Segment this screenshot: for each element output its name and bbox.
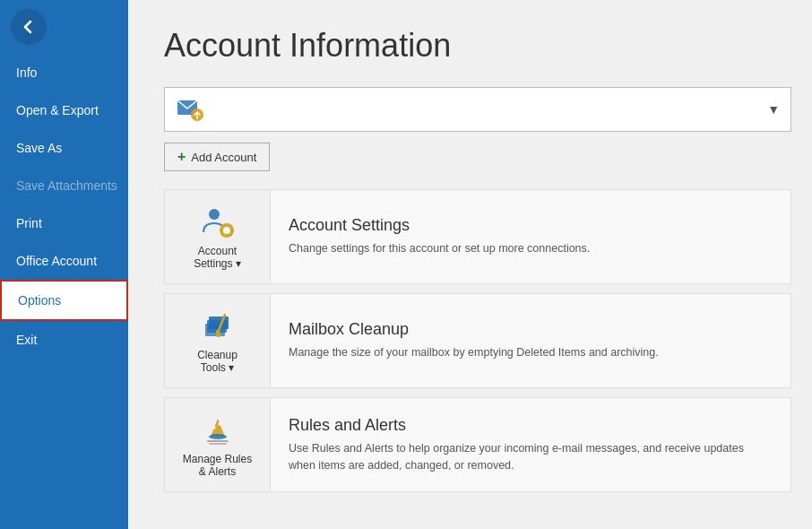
main-content: Account Information ▼ + Add Account bbox=[128, 0, 812, 529]
cleanup-tools-card: CleanupTools ▾ Mailbox Cleanup Manage th… bbox=[164, 293, 791, 388]
svg-point-9 bbox=[209, 434, 227, 439]
svg-point-11 bbox=[218, 423, 220, 426]
sidebar: Info Open & Export Save As Save Attachme… bbox=[0, 0, 128, 529]
account-icon bbox=[176, 95, 204, 124]
rules-alerts-title: Rules and Alerts bbox=[289, 416, 773, 435]
account-settings-content: Account Settings Change settings for thi… bbox=[271, 203, 608, 271]
account-settings-title: Account Settings bbox=[289, 216, 590, 235]
svg-point-10 bbox=[212, 427, 215, 429]
page-title: Account Information bbox=[164, 27, 776, 65]
sidebar-item-save-as[interactable]: Save As bbox=[0, 129, 128, 167]
sidebar-item-info[interactable]: Info bbox=[0, 54, 128, 91]
sidebar-item-save-attachments: Save Attachments bbox=[0, 167, 128, 204]
account-settings-icon-area[interactable]: AccountSettings ▾ bbox=[165, 190, 271, 283]
rules-alerts-icon bbox=[200, 412, 236, 447]
sidebar-item-office-account[interactable]: Office Account bbox=[0, 242, 128, 280]
sidebar-item-options[interactable]: Options bbox=[0, 280, 128, 321]
cleanup-tools-icon-label: CleanupTools ▾ bbox=[197, 349, 238, 374]
svg-point-4 bbox=[223, 227, 230, 234]
rules-alerts-desc: Use Rules and Alerts to help organize yo… bbox=[289, 440, 773, 474]
account-settings-icon-label: AccountSettings ▾ bbox=[194, 245, 241, 270]
cleanup-tools-content: Mailbox Cleanup Manage the size of your … bbox=[271, 307, 677, 375]
svg-point-2 bbox=[209, 209, 220, 220]
rules-alerts-icon-label: Manage Rules& Alerts bbox=[183, 453, 252, 478]
account-settings-card: AccountSettings ▾ Account Settings Chang… bbox=[164, 189, 791, 284]
sidebar-item-open-export[interactable]: Open & Export bbox=[0, 91, 128, 129]
cleanup-tools-icon bbox=[200, 308, 236, 343]
dropdown-arrow-icon: ▼ bbox=[767, 102, 780, 117]
rules-alerts-content: Rules and Alerts Use Rules and Alerts to… bbox=[271, 403, 790, 488]
account-settings-icon bbox=[200, 204, 236, 239]
cleanup-tools-desc: Manage the size of your mailbox by empty… bbox=[289, 344, 659, 361]
cleanup-tools-icon-area[interactable]: CleanupTools ▾ bbox=[165, 294, 271, 387]
account-selector-dropdown[interactable]: ▼ bbox=[164, 87, 791, 132]
add-icon: + bbox=[177, 149, 186, 165]
svg-rect-12 bbox=[207, 440, 229, 442]
sidebar-item-exit[interactable]: Exit bbox=[0, 321, 128, 359]
rules-alerts-icon-area[interactable]: Manage Rules& Alerts bbox=[165, 398, 271, 491]
add-account-button[interactable]: + Add Account bbox=[164, 143, 270, 171]
back-button[interactable] bbox=[11, 9, 47, 45]
svg-rect-7 bbox=[209, 317, 229, 329]
account-settings-desc: Change settings for this account or set … bbox=[289, 240, 590, 257]
svg-rect-13 bbox=[209, 443, 227, 445]
add-account-label: Add Account bbox=[191, 151, 256, 164]
sidebar-item-print[interactable]: Print bbox=[0, 204, 128, 242]
cleanup-tools-title: Mailbox Cleanup bbox=[289, 320, 659, 339]
rules-alerts-card: Manage Rules& Alerts Rules and Alerts Us… bbox=[164, 397, 791, 492]
